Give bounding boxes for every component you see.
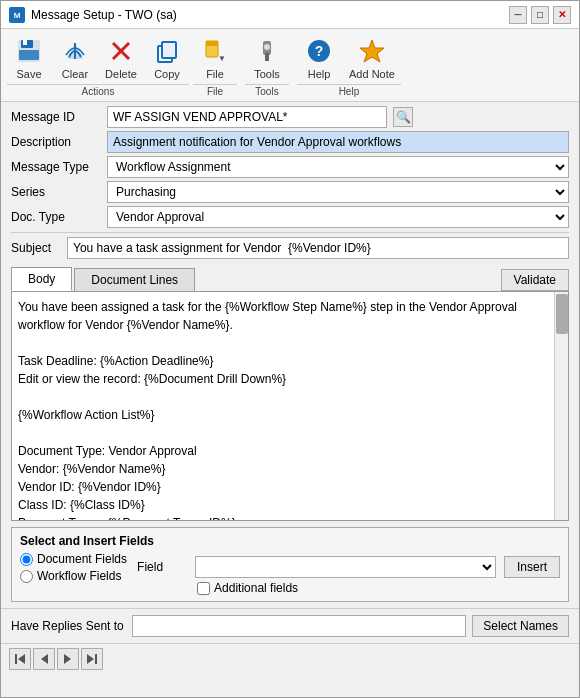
tab-body-content [11,291,569,521]
svg-marker-18 [360,40,384,62]
document-fields-label: Document Fields [37,552,127,566]
select-insert-section: Select and Insert Fields Document Fields… [11,527,569,602]
doc-type-row: Doc. Type Vendor Approval [11,206,569,228]
field-select[interactable] [195,556,496,578]
tabs-container: Body Document Lines Validate [1,263,579,521]
add-note-label: Add Note [349,68,395,80]
replies-input[interactable] [132,615,466,637]
select-insert-title: Select and Insert Fields [20,534,560,548]
help-icon: ? [303,35,335,67]
copy-label: Copy [154,68,180,80]
doc-type-select[interactable]: Vendor Approval [107,206,569,228]
message-id-row: Message ID 🔍 [11,106,569,128]
app-icon: M [9,7,25,23]
clear-icon [59,35,91,67]
add-note-button[interactable]: Add Note [343,33,401,82]
help-group-label: Help [297,84,401,97]
main-window: M Message Setup - TWO (sa) ─ □ ✕ [0,0,580,698]
workflow-fields-label: Workflow Fields [37,569,121,583]
delete-icon [105,35,137,67]
replies-label: Have Replies Sent to [11,619,126,633]
document-fields-radio[interactable] [20,553,33,566]
document-fields-radio-label[interactable]: Document Fields [20,552,127,566]
toolbar-group-actions: Save Clear [7,33,189,97]
toolbar-group-file: ▼ File File [189,33,241,97]
body-textarea[interactable] [12,292,568,520]
svg-marker-24 [87,654,94,664]
svg-marker-20 [18,654,25,664]
help-button[interactable]: ? Help [297,33,341,82]
field-select-column: Field Insert Additional fields [137,552,560,595]
svg-rect-19 [15,654,17,664]
description-input[interactable] [107,131,569,153]
message-id-label: Message ID [11,110,101,124]
clear-button[interactable]: Clear [53,33,97,82]
minimize-button[interactable]: ─ [509,6,527,24]
tabs-row: Body Document Lines Validate [11,267,569,291]
svg-text:M: M [14,11,21,20]
svg-rect-9 [162,42,176,58]
window-controls: ─ □ ✕ [509,6,571,24]
description-row: Description [11,131,569,153]
delete-button[interactable]: Delete [99,33,143,82]
series-select[interactable]: Purchasing [107,181,569,203]
copy-button[interactable]: Copy [145,33,189,82]
description-label: Description [11,135,101,149]
select-insert-body: Document Fields Workflow Fields Field In… [20,552,560,595]
message-type-select[interactable]: Workflow Assignment [107,156,569,178]
svg-marker-22 [64,654,71,664]
save-icon [13,35,45,67]
additional-fields-checkbox[interactable] [197,582,210,595]
message-type-label: Message Type [11,160,101,174]
insert-button[interactable]: Insert [504,556,560,578]
add-note-icon [356,35,388,67]
nav-first-button[interactable] [9,648,31,670]
divider-1 [11,232,569,233]
tools-group-label: Tools [245,84,289,97]
radio-column: Document Fields Workflow Fields [20,552,127,583]
svg-rect-4 [23,40,27,45]
tools-icon [251,35,283,67]
copy-icon [151,35,183,67]
series-label: Series [11,185,101,199]
title-bar: M Message Setup - TWO (sa) ─ □ ✕ [1,1,579,29]
file-button[interactable]: ▼ File [193,33,237,82]
tools-button[interactable]: Tools [245,33,289,82]
svg-rect-23 [95,654,97,664]
workflow-fields-radio-label[interactable]: Workflow Fields [20,569,127,583]
workflow-fields-radio[interactable] [20,570,33,583]
search-icon[interactable]: 🔍 [393,107,413,127]
subject-row: Subject [11,237,569,259]
svg-rect-11 [206,41,218,46]
help-label: Help [308,68,331,80]
tools-label: Tools [254,68,280,80]
nav-last-button[interactable] [81,648,103,670]
form-section: Message ID 🔍 Description Message Type Wo… [1,102,579,263]
close-button[interactable]: ✕ [553,6,571,24]
nav-next-button[interactable] [57,648,79,670]
title-bar-left: M Message Setup - TWO (sa) [9,7,177,23]
save-label: Save [16,68,41,80]
file-label: File [206,68,224,80]
svg-text:?: ? [315,43,324,59]
window-title: Message Setup - TWO (sa) [31,8,177,22]
tab-document-lines[interactable]: Document Lines [74,268,195,291]
save-button[interactable]: Save [7,33,51,82]
message-id-input[interactable] [107,106,387,128]
toolbar-group-tools: Tools Tools [241,33,293,97]
select-names-button[interactable]: Select Names [472,615,569,637]
scrollbar[interactable] [554,292,568,520]
nav-prev-button[interactable] [33,648,55,670]
tab-body[interactable]: Body [11,267,72,291]
svg-point-15 [264,44,270,50]
validate-button[interactable]: Validate [501,269,569,291]
clear-label: Clear [62,68,88,80]
file-icon: ▼ [199,35,231,67]
actions-group-label: Actions [7,84,189,97]
maximize-button[interactable]: □ [531,6,549,24]
svg-rect-14 [265,53,269,61]
subject-input[interactable] [67,237,569,259]
message-type-row: Message Type Workflow Assignment [11,156,569,178]
additional-fields-row: Additional fields [197,581,560,595]
fields-row: Field Insert [137,556,560,578]
